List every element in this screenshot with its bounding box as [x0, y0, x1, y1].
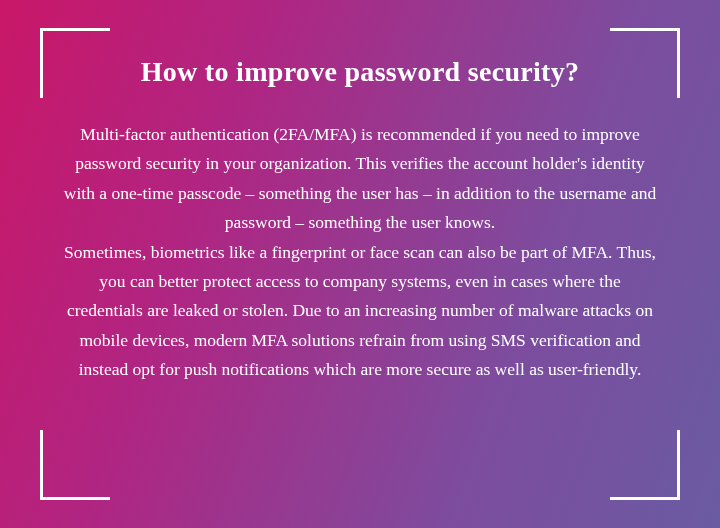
corner-frame-bottom-left	[40, 430, 110, 500]
content-block: How to improve password security? Multi-…	[60, 56, 660, 385]
page-title: How to improve password security?	[60, 56, 660, 88]
body-text: Multi-factor authentication (2FA/MFA) is…	[60, 120, 660, 385]
corner-frame-bottom-right	[610, 430, 680, 500]
